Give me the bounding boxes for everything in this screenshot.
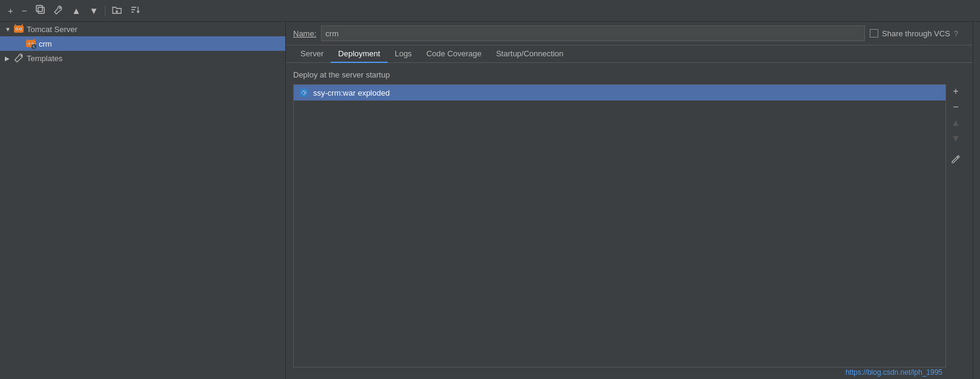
tree-item-tomcat-server[interactable]: ▼ Tomcat Server <box>0 22 285 36</box>
vcs-area: Share through VCS ? <box>870 29 965 38</box>
tab-server[interactable]: Server <box>293 45 331 63</box>
name-input[interactable] <box>321 25 865 41</box>
right-scrollbar[interactable] <box>973 22 980 379</box>
tab-logs[interactable]: Logs <box>388 45 419 63</box>
svg-marker-13 <box>15 24 16 25</box>
deployment-content: Deploy at the server startup <box>286 63 973 379</box>
tab-deployment[interactable]: Deployment <box>331 45 387 63</box>
templates-wrench-icon <box>13 53 24 64</box>
svg-point-12 <box>20 28 21 30</box>
svg-marker-14 <box>21 24 23 25</box>
svg-rect-1 <box>36 5 42 12</box>
svg-point-18 <box>28 43 30 44</box>
tomcat-icon <box>13 24 24 35</box>
deploy-list-area: ssy-crm:war exploded + − ▲ ▼ <box>293 84 965 367</box>
svg-point-2 <box>59 7 61 9</box>
crm-label: crm <box>39 39 52 48</box>
toolbar-folder-button[interactable] <box>109 3 125 18</box>
toolbar: + − ▲ ▼ <box>0 0 980 22</box>
tabs-row: Server Deployment Logs Code Coverage Sta… <box>286 45 973 63</box>
svg-marker-21 <box>33 39 35 41</box>
toolbar-down-button[interactable]: ▼ <box>86 4 101 18</box>
vcs-help-icon[interactable]: ? <box>954 29 958 38</box>
deploy-up-button[interactable]: ▲ <box>949 116 963 130</box>
deploy-down-button[interactable]: ▼ <box>949 131 963 146</box>
svg-rect-0 <box>38 7 44 13</box>
deploy-add-button[interactable]: + <box>949 84 963 99</box>
svg-point-24 <box>21 55 22 57</box>
left-panel: ▼ Tomcat Server <box>0 22 286 379</box>
tab-startup-connection[interactable]: Startup/Connection <box>489 45 571 63</box>
deploy-section-title: Deploy at the server startup <box>293 70 965 79</box>
crm-server-icon <box>25 38 36 49</box>
toolbar-wrench-button[interactable] <box>51 3 67 18</box>
tree-item-templates[interactable]: ▶ Templates <box>0 51 285 65</box>
deploy-item-label: ssy-crm:war exploded <box>313 88 389 97</box>
tree-item-crm[interactable]: crm <box>0 36 285 51</box>
toolbar-remove-button[interactable]: − <box>19 4 30 18</box>
deploy-list: ssy-crm:war exploded <box>293 84 946 367</box>
svg-marker-20 <box>27 39 28 41</box>
bottom-url[interactable]: https://blog.csdn.net/lph_1995 <box>846 368 942 377</box>
deploy-edit-button[interactable] <box>949 152 963 166</box>
deploy-item-ssy-crm[interactable]: ssy-crm:war exploded <box>294 85 945 101</box>
tomcat-server-arrow: ▼ <box>5 26 13 33</box>
svg-point-11 <box>16 28 18 30</box>
name-label: Name: <box>293 29 316 38</box>
tab-code-coverage[interactable]: Code Coverage <box>419 45 489 63</box>
toolbar-separator-1 <box>105 5 105 16</box>
toolbar-add-button[interactable]: + <box>5 4 16 18</box>
tomcat-server-label: Tomcat Server <box>27 25 78 34</box>
vcs-label: Share through VCS <box>882 29 950 38</box>
svg-rect-8 <box>14 25 24 33</box>
name-row: Name: Share through VCS ? <box>286 22 973 45</box>
toolbar-up-button[interactable]: ▲ <box>69 4 84 18</box>
deploy-actions: + − ▲ ▼ <box>946 84 965 367</box>
toolbar-copy-button[interactable] <box>33 3 48 18</box>
war-exploded-icon <box>299 87 310 98</box>
deploy-remove-button[interactable]: − <box>949 100 963 114</box>
right-panel: Name: Share through VCS ? Server Deploym… <box>286 22 973 379</box>
svg-point-19 <box>32 43 33 44</box>
vcs-checkbox[interactable] <box>870 29 878 38</box>
templates-label: Templates <box>27 54 62 63</box>
toolbar-sort-button[interactable] <box>127 3 143 18</box>
main-layout: ▼ Tomcat Server <box>0 22 980 379</box>
templates-arrow: ▶ <box>5 55 13 62</box>
